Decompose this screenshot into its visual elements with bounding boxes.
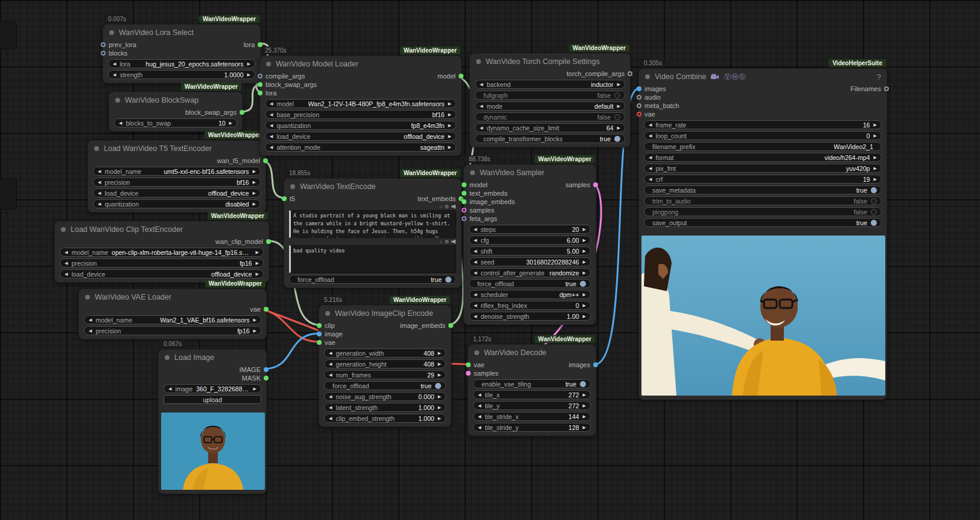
increment-arrow-icon[interactable]: ▶	[448, 145, 451, 149]
widget-scheduler[interactable]: ◀schedulerdpm++▶	[469, 290, 591, 299]
increment-arrow-icon[interactable]: ▶	[448, 134, 451, 138]
input-slot[interactable]: clip	[324, 322, 335, 329]
widget-model_name[interactable]: ◀model_nameWan2_1_VAE_bf16.safetensors▶	[84, 315, 261, 324]
increment-arrow-icon[interactable]: ▶	[256, 272, 259, 276]
node-title-bar[interactable]: WanVideo Decode	[468, 345, 596, 361]
increment-arrow-icon[interactable]: ▶	[617, 82, 620, 86]
widget-crf[interactable]: ◀crf19▶	[644, 175, 882, 184]
node-wanvideo-textencode[interactable]: WanVideo TextEncodet5text_embeds○⚙A stud…	[284, 178, 462, 288]
widget-tile_stride_y[interactable]: ◀tile_stride_y128▶	[473, 423, 591, 432]
toggle-knob[interactable]	[614, 114, 620, 120]
widget-load_device[interactable]: ◀load_deviceoffload_device▶	[93, 188, 261, 197]
input-pin-image[interactable]	[317, 332, 322, 336]
increment-arrow-icon[interactable]: ▶	[247, 62, 250, 66]
input-pin-image_embeds[interactable]	[462, 199, 466, 204]
widget-cfg[interactable]: ◀cfg6.00▶	[469, 236, 591, 245]
node-title-bar[interactable]: WanVideo TextEncode	[284, 179, 461, 194]
node-wanvideo-model-loader[interactable]: WanVideo Model Loadercompile_argsmodelbl…	[259, 56, 462, 156]
toggle-knob[interactable]	[580, 281, 586, 287]
node-title-bar[interactable]: WanVideo ImageClip Encode	[319, 306, 451, 321]
widget-tile_x[interactable]: ◀tile_x272▶	[473, 390, 591, 399]
partial-node[interactable]	[0, 178, 17, 210]
widget-denoise_strength[interactable]: ◀denoise_strength1.00▶	[469, 312, 591, 321]
widget-control_after_generate[interactable]: ◀control_after_generaterandomize▶	[469, 268, 591, 277]
decrement-arrow-icon[interactable]: ◀	[329, 416, 332, 420]
decrement-arrow-icon[interactable]: ◀	[119, 121, 122, 125]
increment-arrow-icon[interactable]: ▶	[583, 314, 586, 318]
input-pin-vae[interactable]	[637, 112, 641, 117]
input-slot[interactable]: block_swap_args	[265, 81, 317, 88]
video-preview[interactable]	[641, 236, 885, 396]
widget-riflex_freq_index[interactable]: ◀riflex_freq_index0▶	[469, 301, 591, 310]
output-slot[interactable]: text_embeds	[418, 195, 456, 202]
output-slot[interactable]: samples	[565, 181, 591, 188]
output-pin-samples[interactable]	[593, 182, 598, 187]
input-slot[interactable]: vae	[644, 111, 655, 118]
node-graph-canvas[interactable]: WanVideo Lora Selectprev_loralorablocks◀…	[0, 0, 980, 520]
decrement-arrow-icon[interactable]: ◀	[478, 425, 481, 429]
partial-node[interactable]	[0, 22, 17, 50]
input-slot[interactable]: samples	[473, 370, 498, 377]
node-title-bar[interactable]: Load WanVideo Clip TextEncoder	[55, 222, 269, 237]
increment-arrow-icon[interactable]: ▶	[438, 373, 441, 377]
toggle-compile_transformer_blocks[interactable]: compile_transformer_blockstrue	[475, 134, 625, 143]
speaker-icon[interactable]	[451, 205, 456, 209]
input-pin-vae[interactable]	[317, 340, 322, 345]
increment-arrow-icon[interactable]: ▶	[438, 362, 441, 366]
output-pin-MASK[interactable]	[264, 376, 269, 380]
node-wanvideo-torch-compile[interactable]: WanVideo Torch Compile Settingstorch_com…	[469, 53, 631, 147]
decrement-arrow-icon[interactable]: ◀	[89, 329, 92, 333]
increment-arrow-icon[interactable]: ▶	[583, 414, 586, 419]
toggle-save_metadata[interactable]: save_metadatatrue	[644, 185, 882, 194]
output-pin-wan_t5_model[interactable]	[263, 158, 268, 163]
toggle-knob[interactable]	[445, 277, 451, 283]
input-slot[interactable]: audio	[644, 94, 661, 101]
toggle-force_offload[interactable]: force_offloadtrue	[469, 279, 591, 288]
decrement-arrow-icon[interactable]: ◀	[329, 351, 332, 355]
input-pin-clip[interactable]	[317, 323, 322, 328]
output-slot[interactable]: wan_clip_model	[215, 238, 264, 245]
circle-icon[interactable]: ○	[439, 204, 442, 210]
widget-num_frames[interactable]: ◀num_frames29▶	[324, 370, 446, 379]
input-slot[interactable]: feta_args	[469, 215, 497, 222]
widget-lora[interactable]: ◀lorahug_jesus_20_epochs.safetensors▶	[108, 59, 255, 68]
toggle-knob[interactable]	[614, 92, 620, 98]
input-slot[interactable]: image	[324, 330, 343, 338]
widget-backend[interactable]: ◀backendinductor▶	[475, 80, 625, 89]
node-video-combine[interactable]: Video CombineⓋⒽⓈ?imagesFilenamesaudiomet…	[638, 68, 887, 400]
output-slot[interactable]: vae	[250, 306, 261, 313]
decrement-arrow-icon[interactable]: ◀	[474, 292, 477, 297]
increment-arrow-icon[interactable]: ▶	[253, 202, 256, 206]
input-pin-t5[interactable]	[282, 196, 287, 201]
decrement-arrow-icon[interactable]: ◀	[480, 104, 483, 108]
decrement-arrow-icon[interactable]: ◀	[65, 272, 68, 276]
decrement-arrow-icon[interactable]: ◀	[270, 101, 273, 106]
input-pin-lora[interactable]	[258, 91, 262, 95]
decrement-arrow-icon[interactable]: ◀	[113, 62, 116, 66]
increment-arrow-icon[interactable]: ▶	[247, 72, 250, 77]
widget-format[interactable]: ◀formatvideo/h264-mp4▶	[644, 153, 882, 162]
increment-arrow-icon[interactable]: ▶	[438, 351, 441, 355]
widget-load_device[interactable]: ◀load_deviceoffload_device▶	[265, 132, 456, 141]
increment-arrow-icon[interactable]: ▶	[253, 387, 256, 391]
collapse-dot-icon[interactable]	[94, 146, 99, 151]
increment-arrow-icon[interactable]: ▶	[583, 271, 586, 275]
widget-load_device[interactable]: ◀load_deviceoffload_device▶	[60, 269, 264, 278]
gear-icon[interactable]: ⚙	[445, 239, 449, 245]
output-slot[interactable]: lora	[244, 41, 255, 48]
widget-shift[interactable]: ◀shift5.00▶	[469, 246, 591, 255]
increment-arrow-icon[interactable]: ▶	[448, 101, 451, 106]
increment-arrow-icon[interactable]: ▶	[583, 393, 586, 397]
decrement-arrow-icon[interactable]: ◀	[649, 133, 652, 138]
node-load-wanvideo-clip-textencoder[interactable]: Load WanVideo Clip TextEncoderwan_clip_m…	[54, 221, 269, 283]
input-slot[interactable]: model	[469, 181, 488, 188]
output-slot[interactable]: MASK	[242, 374, 261, 382]
output-slot[interactable]: model	[438, 72, 456, 80]
node-load-wanvideo-t5-textencoder[interactable]: Load WanVideo T5 TextEncoderwan_t5_model…	[88, 140, 266, 213]
widget-mode[interactable]: ◀modedefault▶	[475, 101, 625, 111]
toggle-force_offload[interactable]: force_offloadtrue	[324, 381, 446, 390]
collapse-dot-icon[interactable]	[266, 62, 271, 66]
widget-latent_strength[interactable]: ◀latent_strength1.000▶	[324, 403, 446, 412]
decrement-arrow-icon[interactable]: ◀	[270, 123, 273, 127]
widget-clip_embed_strength[interactable]: ◀clip_embed_strength1.000▶	[324, 414, 446, 423]
